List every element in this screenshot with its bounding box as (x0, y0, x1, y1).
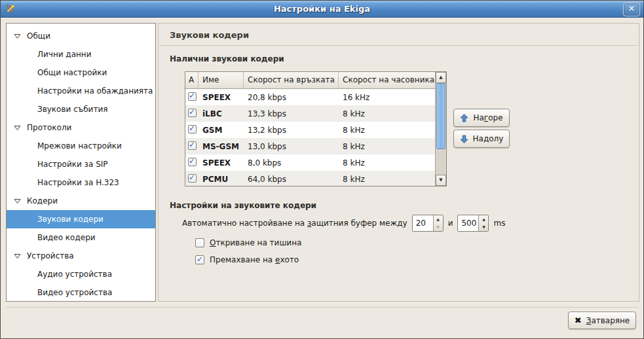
conjunction-label: и (448, 219, 453, 228)
expander-open-icon[interactable] (14, 253, 21, 260)
preferences-window: Настройки на Ekiga ✕ Общи Лични данни Об… (0, 0, 644, 339)
sidebar-item-ustroistva[interactable]: Устройства (7, 247, 155, 265)
silence-detection-label: Откриване на тишина (210, 238, 301, 247)
scrollbar-up-icon[interactable]: ▲ (436, 72, 446, 83)
vertical-scrollbar[interactable]: ▲ ▼ (435, 72, 446, 186)
echo-cancellation-checkbox[interactable]: ✓ (195, 255, 204, 264)
available-codecs-heading: Налични звукови кодери (170, 54, 284, 63)
sidebar-item-label: Аудио устройства (37, 270, 112, 279)
arrow-down-icon (460, 135, 468, 143)
codec-enabled-checkbox[interactable]: ✓ (188, 92, 197, 101)
codec-enabled-checkbox[interactable]: ✓ (188, 141, 197, 150)
buffer-max-value[interactable]: 500 (461, 215, 476, 231)
table-row[interactable]: ✓ iLBC 13,3 kbps 8 kHz (185, 105, 435, 122)
column-header-bitrate[interactable]: Скорост на връзката (244, 72, 339, 89)
sidebar-item-nastroiki-h323[interactable]: Настройки за H.323 (7, 173, 155, 192)
spinner-arrows[interactable]: ▲ ▼ (433, 215, 443, 231)
sidebar-item-obshti[interactable]: Общи (7, 27, 155, 45)
table-row[interactable]: ✓ PCMU 64,0 kbps 8 kHz (185, 171, 435, 186)
sidebar-item-label: Звукови кодери (37, 215, 104, 224)
check-icon: ✓ (197, 255, 203, 264)
codec-enabled-checkbox[interactable]: ✓ (188, 174, 197, 183)
codec-clockrate: 8 kHz (339, 158, 435, 168)
codec-name: SPEEX (199, 93, 244, 102)
arrow-up-icon (460, 114, 468, 122)
echo-cancellation-label: Премахване на ехото (210, 255, 299, 264)
codec-enabled-checkbox[interactable]: ✓ (188, 158, 197, 166)
sidebar-item-zvukovi-koderi-selected[interactable]: Звукови кодери (7, 210, 155, 228)
scrollbar-thumb[interactable] (436, 83, 445, 149)
check-icon: ✓ (189, 107, 195, 116)
spinner-up-icon[interactable]: ▲ (479, 215, 488, 223)
codec-name: MS-GSM (199, 142, 244, 151)
buffer-min-value[interactable]: 20 (416, 215, 426, 231)
codec-name: iLBC (199, 109, 244, 118)
unit-label: ms (493, 219, 505, 228)
codecs-table: A Име Скорост на връзката Скорост на час… (185, 71, 447, 187)
jitter-buffer-label: Автоматично настройване на защитния буфе… (182, 219, 407, 228)
titlebar[interactable]: Настройки на Ekiga ✕ (1, 1, 643, 18)
sidebar-item-label: Видео устройства (37, 288, 112, 297)
table-body: ✓ SPEEX 20,8 kbps 16 kHz ✓ iLBC 13,3 kbp… (185, 89, 435, 186)
check-icon: ✓ (189, 140, 195, 149)
column-header-name[interactable]: Име (199, 72, 244, 89)
codec-enabled-checkbox[interactable]: ✓ (188, 125, 197, 134)
close-button[interactable]: ✖ Затваряне (568, 312, 636, 329)
sidebar-item-label: Общи настройки (37, 68, 107, 77)
sidebar-item-video-ustroistva[interactable]: Видео устройства (7, 283, 155, 302)
codec-clockrate: 8 kHz (339, 126, 435, 135)
footer-separator (6, 307, 638, 308)
sidebar-item-label: Лични данни (37, 50, 92, 59)
sidebar-item-label: Протоколи (27, 123, 71, 132)
codec-bitrate: 8,0 kbps (244, 158, 339, 168)
sidebar-item-nastroiki-sip[interactable]: Настройки за SIP (7, 155, 155, 173)
codec-bitrate: 20,8 kbps (244, 93, 339, 102)
title-separator (159, 45, 638, 46)
titlebar-close-button[interactable]: ✕ (623, 3, 640, 16)
page-title: Звукови кодери (170, 30, 249, 40)
move-down-button[interactable]: Надолу (453, 130, 510, 148)
table-row[interactable]: ✓ SPEEX 8,0 kbps 8 kHz (185, 154, 435, 171)
codec-bitrate: 64,0 kbps (244, 175, 339, 184)
echo-cancellation-row[interactable]: ✓ Премахване на ехото (195, 255, 299, 265)
sidebar-item-mrezhovi-nastroiki[interactable]: Мрежови настройки (7, 137, 155, 155)
spinner-down-icon[interactable]: ▼ (479, 223, 488, 231)
sidebar-item-audio-ustroistva[interactable]: Аудио устройства (7, 265, 155, 283)
move-down-label: Надолу (473, 134, 504, 143)
move-up-label: Нагоре (473, 113, 502, 122)
sidebar-item-protokoli[interactable]: Протоколи (7, 118, 155, 137)
expander-open-icon[interactable] (14, 124, 21, 132)
sidebar-item-lichni-danni[interactable]: Лични данни (7, 45, 155, 63)
sidebar-item-label: Настройки за SIP (37, 160, 108, 169)
spinner-arrows[interactable]: ▲ ▼ (478, 215, 488, 231)
sidebar-item-zvukovi-sabitiya[interactable]: Звукови събития (7, 100, 155, 118)
table-row[interactable]: ✓ MS-GSM 13,0 kbps 8 kHz (185, 138, 435, 154)
buffer-min-spinner[interactable]: 20 ▲ ▼ (412, 215, 444, 232)
table-row[interactable]: ✓ GSM 13,2 kbps 8 kHz (185, 122, 435, 138)
sidebar-item-label: Настройки на обажданията (37, 86, 153, 96)
scrollbar-down-icon[interactable]: ▼ (436, 175, 446, 186)
buffer-max-spinner[interactable]: 500 ▲ ▼ (457, 215, 489, 232)
sidebar-item-koderi[interactable]: Кодери (7, 192, 155, 210)
table-row[interactable]: ✓ SPEEX 20,8 kbps 16 kHz (185, 89, 435, 105)
codec-enabled-checkbox[interactable]: ✓ (188, 109, 197, 117)
spinner-up-icon[interactable]: ▲ (434, 215, 443, 223)
sidebar-item-obshti-nastroiki[interactable]: Общи настройки (7, 63, 155, 82)
codec-clockrate: 8 kHz (339, 175, 435, 184)
column-header-active[interactable]: A (185, 72, 199, 89)
move-up-button[interactable]: Нагоре (453, 109, 510, 127)
silence-detection-checkbox[interactable] (195, 238, 204, 247)
preferences-tree: Общи Лични данни Общи настройки Настройк… (6, 23, 156, 302)
spinner-down-icon[interactable]: ▼ (434, 223, 443, 231)
sidebar-item-label: Устройства (27, 251, 74, 260)
sidebar-item-video-koderi[interactable]: Видео кодери (7, 228, 155, 247)
close-label: Затваряне (586, 316, 630, 325)
column-header-clockrate[interactable]: Скорост на часовника (339, 72, 435, 89)
expander-open-icon[interactable] (14, 198, 21, 205)
expander-open-icon[interactable] (14, 33, 21, 40)
jitter-buffer-row: Автоматично настройване на защитния буфе… (182, 214, 505, 232)
silence-detection-row[interactable]: Откриване на тишина (195, 238, 301, 248)
codec-name: GSM (199, 126, 244, 135)
sidebar-item-nastroiki-obazhdaniya[interactable]: Настройки на обажданията (7, 82, 155, 100)
window-title: Настройки на Ekiga (1, 4, 643, 14)
